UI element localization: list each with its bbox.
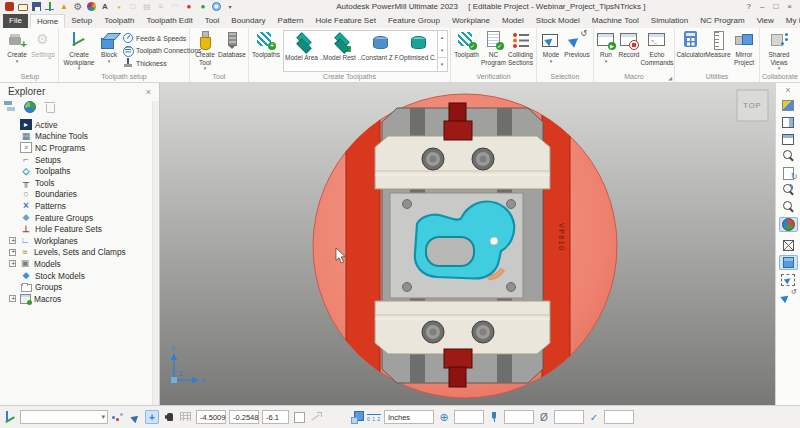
shared-views-button[interactable]: Shared Views ▾ — [762, 29, 796, 71]
shaded-globe-button[interactable] — [777, 216, 799, 233]
create-setup-button[interactable]: Create ▾ — [4, 29, 30, 64]
create-tool-button[interactable]: Create Tool ▾ — [192, 29, 218, 71]
zoom-previous-button[interactable] — [777, 199, 799, 216]
tab-machine-tool[interactable]: Machine Tool — [586, 14, 645, 28]
expand-toggle[interactable] — [9, 167, 17, 175]
expand-toggle[interactable] — [9, 272, 17, 280]
box-select-button[interactable] — [777, 271, 799, 288]
tool-tip-field[interactable] — [504, 410, 534, 424]
iso-view-button[interactable] — [777, 131, 799, 148]
block-button[interactable]: Block ▾ — [97, 29, 121, 64]
pick-box-icon[interactable] — [292, 410, 306, 424]
view-toolbar-close-icon[interactable]: × — [785, 84, 790, 97]
qat-more-icon[interactable] — [225, 2, 235, 12]
expand-toggle[interactable] — [9, 144, 17, 152]
viewport-layout-button[interactable] — [777, 114, 799, 131]
echo-commands-button[interactable]: Echo Commands — [642, 29, 672, 71]
expand-toggle[interactable] — [9, 121, 17, 129]
tab-toolpath[interactable]: Toolpath — [98, 14, 140, 28]
gallery-scrollbar[interactable]: ▴ ▾ ▾ — [437, 31, 446, 71]
tab-my-ribbon[interactable]: My Ribbon — [780, 14, 800, 28]
explorer-item-nc-programs[interactable]: NC Programs — [0, 142, 159, 154]
target-globe-icon[interactable] — [212, 2, 221, 11]
viewport-3d[interactable]: VP810 TOP Y X Z — [160, 83, 775, 405]
options-gear-icon[interactable] — [73, 2, 83, 12]
coord-y-field[interactable]: -0.2548 — [229, 410, 259, 424]
tab-nc-program[interactable]: NC Program — [694, 14, 750, 28]
tab-model[interactable]: Model — [496, 14, 530, 28]
block-status-icon[interactable] — [350, 410, 364, 424]
previous-selection-button[interactable] — [777, 288, 799, 305]
explorer-globe-icon[interactable] — [24, 101, 37, 113]
gallery-down-icon[interactable]: ▾ — [438, 44, 446, 57]
warning-icon[interactable] — [59, 2, 69, 12]
optimised-constant-z-button[interactable]: Optimised C... — [399, 31, 437, 71]
points-filter-icon[interactable] — [111, 410, 125, 424]
previous-selection-button-ribbon[interactable]: Previous — [563, 29, 591, 64]
explorer-item-active[interactable]: Active — [0, 119, 159, 131]
tab-tool[interactable]: Tool — [199, 14, 226, 28]
coord-z-field[interactable]: -6.1 — [262, 410, 289, 424]
model-rest-area-button[interactable]: Model Rest ... — [323, 31, 361, 71]
view-clipping-button[interactable] — [777, 97, 799, 114]
help-button[interactable]: ? — [747, 2, 751, 11]
tab-setup[interactable]: Setup — [65, 14, 98, 28]
explorer-item-setups[interactable]: Setups — [0, 154, 159, 166]
refresh-view-button[interactable] — [777, 165, 799, 182]
clamp-bar-top[interactable] — [375, 136, 550, 189]
explorer-item-levels-sets-and-clamps[interactable]: Levels, Sets and Clamps — [0, 247, 159, 259]
explorer-item-workplanes[interactable]: Workplanes — [0, 235, 159, 247]
colours-icon[interactable] — [87, 2, 96, 11]
macro-run-button[interactable]: Run ▾ — [596, 29, 616, 64]
gallery-up-icon[interactable]: ▴ — [438, 31, 446, 44]
model-area-clearance-button[interactable]: Model Area ... — [285, 31, 323, 71]
minimize-button[interactable]: – — [760, 2, 764, 11]
bulb-icon[interactable] — [114, 2, 124, 12]
create-workplane-button[interactable]: Create Workplane ▾ — [61, 29, 97, 71]
wireframe-view-button[interactable] — [777, 237, 799, 254]
macro-dialog-launcher[interactable] — [668, 75, 672, 81]
green-status-icon[interactable] — [198, 2, 208, 12]
toolpaths-button[interactable]: Toolpaths — [251, 29, 281, 64]
expand-toggle[interactable] — [9, 179, 17, 187]
calculator-button[interactable]: Calculator — [677, 29, 705, 64]
colliding-sections-button[interactable]: Colliding Sections — [507, 29, 534, 71]
verify-toolpath-button[interactable]: Toolpath — [453, 29, 480, 64]
tolerance-field[interactable] — [604, 410, 634, 424]
thickness-button[interactable]: Thickness — [123, 58, 187, 68]
tab-toolpath-edit[interactable]: Toolpath Edit — [140, 14, 198, 28]
expand-toggle[interactable] — [9, 283, 17, 291]
rotate-mode-icon[interactable] — [162, 410, 176, 424]
explorer-item-boundaries[interactable]: Boundaries — [0, 189, 159, 201]
cursor-select-icon[interactable] — [128, 410, 142, 424]
explorer-item-macros[interactable]: Macros — [0, 293, 159, 305]
explorer-item-machine-tools[interactable]: Machine Tools — [0, 131, 159, 143]
save-project-icon[interactable] — [32, 2, 41, 11]
explorer-item-feature-groups[interactable]: Feature Groups — [0, 212, 159, 224]
expand-toggle[interactable] — [9, 132, 17, 140]
tab-feature-group[interactable]: Feature Group — [382, 14, 446, 28]
verify-nc-program-button[interactable]: NC Program — [480, 29, 507, 71]
mirror-project-button[interactable]: Mirror Project — [731, 29, 757, 71]
toolpath-connections-button[interactable]: Toolpath Connections — [123, 46, 187, 56]
units-selector[interactable]: Inches — [384, 410, 434, 424]
explorer-item-groups[interactable]: Groups — [0, 281, 159, 293]
expand-toggle[interactable] — [9, 225, 17, 233]
expand-toggle[interactable] — [9, 214, 17, 222]
measure-button[interactable]: Measure — [705, 29, 731, 64]
target-field[interactable] — [454, 410, 484, 424]
explorer-close-icon[interactable]: × — [146, 87, 151, 97]
maximize-button[interactable]: □ — [773, 2, 778, 11]
tab-workplane[interactable]: Workplane — [446, 14, 496, 28]
explorer-scrollbar[interactable] — [152, 101, 159, 405]
diameter-field[interactable] — [554, 410, 584, 424]
explorer-item-patterns[interactable]: Patterns — [0, 200, 159, 212]
tab-boundary[interactable]: Boundary — [225, 14, 271, 28]
zoom-to-fit-button[interactable] — [777, 148, 799, 165]
explorer-item-hole-feature-sets[interactable]: Hole Feature Sets — [0, 223, 159, 235]
open-project-icon[interactable] — [18, 4, 28, 11]
fonts-icon[interactable] — [100, 2, 110, 12]
drag-mode-icon[interactable] — [145, 410, 159, 424]
explorer-item-tools[interactable]: Tools — [0, 177, 159, 189]
gallery-more-icon[interactable]: ▾ — [438, 57, 446, 71]
